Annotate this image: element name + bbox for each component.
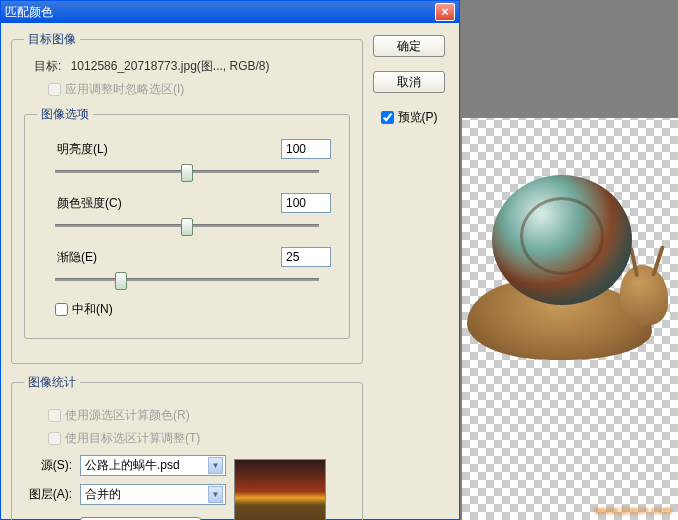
neutralize-label: 中和(N) <box>72 301 113 318</box>
apply-ignore-label: 应用调整时忽略选区(I) <box>65 81 184 98</box>
luminance-slider[interactable] <box>55 163 319 179</box>
luminance-input[interactable] <box>281 139 331 159</box>
use-src-sel-label: 使用源选区计算颜色(R) <box>65 407 190 424</box>
group-legend: 目标图像 <box>24 31 80 48</box>
source-row: 源(S): 公路上的蜗牛.psd ▼ <box>24 455 254 476</box>
preview-row[interactable]: 预览(P) <box>381 109 438 126</box>
preview-checkbox[interactable] <box>381 111 394 124</box>
watermark: www.jcwcn.com <box>594 504 672 516</box>
neutralize-row: 中和(N) <box>37 301 337 318</box>
fade-input[interactable] <box>281 247 331 267</box>
close-button[interactable]: × <box>435 3 455 21</box>
intensity-row: 颜色强度(C) <box>37 193 337 233</box>
fade-slider[interactable] <box>55 271 319 287</box>
apply-ignore-row: 应用调整时忽略选区(I) <box>24 81 350 98</box>
canvas-area: www.jcwcn.com <box>462 0 678 520</box>
luminance-row: 明亮度(L) <box>37 139 337 179</box>
luminance-label: 明亮度(L) <box>57 141 108 158</box>
ok-button[interactable]: 确定 <box>373 35 445 57</box>
dialog-title: 匹配颜色 <box>5 4 435 21</box>
source-label: 源(S): <box>24 457 80 474</box>
use-tgt-sel-row: 使用目标选区计算调整(T) <box>24 430 254 447</box>
use-tgt-sel-label: 使用目标选区计算调整(T) <box>65 430 200 447</box>
preview-label: 预览(P) <box>398 109 438 126</box>
layer-combo[interactable]: 合并的 ▼ <box>80 484 226 505</box>
use-src-sel-checkbox <box>48 409 61 422</box>
source-thumbnail <box>234 459 326 520</box>
use-src-sel-row: 使用源选区计算颜色(R) <box>24 407 254 424</box>
match-color-dialog: 匹配颜色 × 目标图像 目标: 1012586_20718773.jpg(图..… <box>0 0 460 520</box>
cancel-button[interactable]: 取消 <box>373 71 445 93</box>
dialog-buttons: 确定 取消 预览(P) <box>371 31 447 126</box>
source-value: 公路上的蜗牛.psd <box>85 457 180 474</box>
chevron-down-icon: ▼ <box>208 486 223 503</box>
target-image-group: 目标图像 目标: 1012586_20718773.jpg(图..., RGB/… <box>11 31 363 364</box>
fade-row: 渐隐(E) <box>37 247 337 287</box>
image-options-group: 图像选项 明亮度(L) 颜色强度(C) <box>24 106 350 339</box>
apply-ignore-checkbox <box>48 83 61 96</box>
slider-thumb[interactable] <box>115 272 127 290</box>
slider-thumb[interactable] <box>181 218 193 236</box>
snail-image <box>462 175 662 395</box>
layer-row: 图层(A): 合并的 ▼ <box>24 484 254 505</box>
fade-label: 渐隐(E) <box>57 249 97 266</box>
chevron-down-icon: ▼ <box>208 457 223 474</box>
layer-value: 合并的 <box>85 486 121 503</box>
image-stats-group: 图像统计 使用源选区计算颜色(R) 使用目标选区计算调整(T) 源(S): 公 <box>11 374 363 520</box>
target-line: 目标: 1012586_20718773.jpg(图..., RGB/8) <box>24 58 350 75</box>
intensity-slider[interactable] <box>55 217 319 233</box>
use-tgt-sel-checkbox <box>48 432 61 445</box>
group-legend: 图像统计 <box>24 374 80 391</box>
intensity-label: 颜色强度(C) <box>57 195 122 212</box>
slider-thumb[interactable] <box>181 164 193 182</box>
titlebar[interactable]: 匹配颜色 × <box>1 1 459 23</box>
close-icon: × <box>441 5 448 19</box>
layer-label: 图层(A): <box>24 486 80 503</box>
neutralize-checkbox[interactable] <box>55 303 68 316</box>
source-combo[interactable]: 公路上的蜗牛.psd ▼ <box>80 455 226 476</box>
intensity-input[interactable] <box>281 193 331 213</box>
group-legend: 图像选项 <box>37 106 93 123</box>
